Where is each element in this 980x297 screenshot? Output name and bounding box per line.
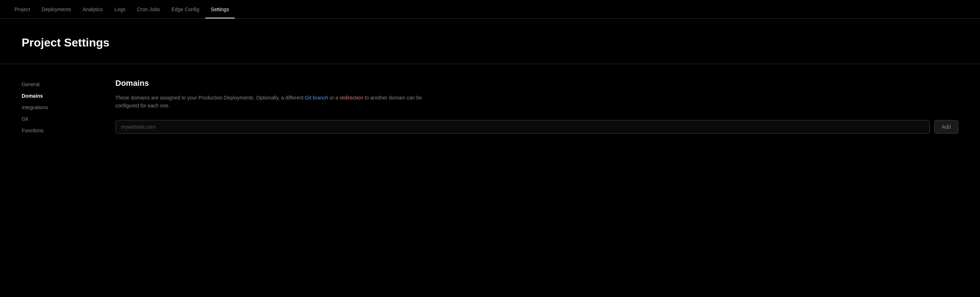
sidebar-item-general[interactable]: General — [22, 79, 86, 90]
git-branch-link[interactable]: Git branch — [305, 95, 328, 100]
nav-settings[interactable]: Settings — [205, 1, 235, 18]
nav-project[interactable]: Project — [9, 1, 36, 18]
nav-logs[interactable]: Logs — [108, 1, 131, 18]
nav-analytics[interactable]: Analytics — [77, 1, 108, 18]
add-domain-button[interactable]: Add — [934, 120, 958, 134]
sidebar-item-integrations[interactable]: Integrations — [22, 102, 86, 113]
redirection-link[interactable]: redirection — [340, 95, 363, 100]
nav-edge-config[interactable]: Edge Config — [165, 1, 205, 18]
main-content: General Domains Integrations Git Functio… — [0, 64, 980, 151]
domains-section: Domains These domains are assigned to yo… — [115, 79, 958, 136]
description-text-2: or a — [328, 95, 340, 100]
top-navigation: Project Deployments Analytics Logs Cron … — [0, 0, 980, 19]
settings-sidebar: General Domains Integrations Git Functio… — [22, 79, 86, 136]
nav-deployments[interactable]: Deployments — [36, 1, 77, 18]
domains-description: These domains are assigned to your Produ… — [115, 94, 440, 110]
domains-title: Domains — [115, 79, 958, 88]
domain-input-row: Add — [115, 120, 958, 134]
nav-cron-jobs[interactable]: Cron Jobs — [131, 1, 166, 18]
description-text-1: These domains are assigned to your Produ… — [115, 95, 305, 100]
page-header: Project Settings — [0, 19, 980, 64]
sidebar-item-domains[interactable]: Domains — [22, 90, 86, 102]
sidebar-item-git[interactable]: Git — [22, 113, 86, 125]
page-title: Project Settings — [22, 36, 958, 49]
domain-input[interactable] — [115, 120, 930, 134]
sidebar-item-functions[interactable]: Functions — [22, 125, 86, 136]
